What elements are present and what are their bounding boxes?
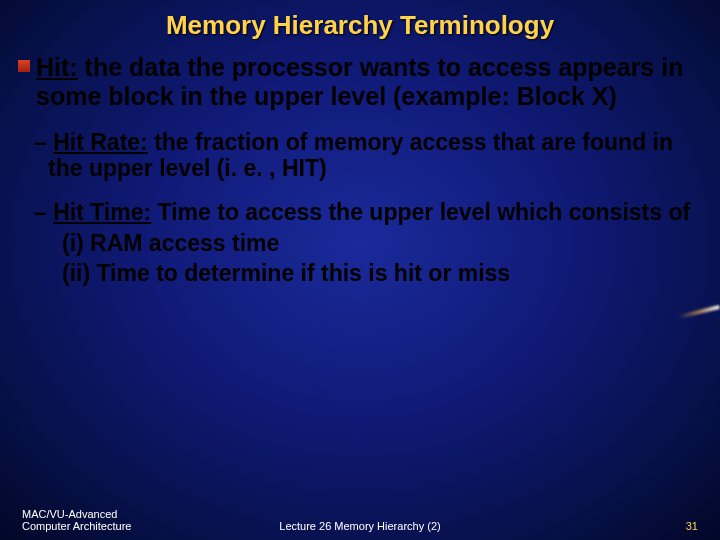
dash-icon: – [34, 129, 53, 155]
def-hit: the data the processor wants to access a… [36, 53, 683, 110]
footer: MAC/VU-Advanced Computer Architecture Le… [0, 504, 720, 532]
slide-body: Hit: the data the processor wants to acc… [0, 41, 720, 287]
term-hit-time: Hit Time: [53, 199, 151, 225]
footer-center: Lecture 26 Memory Hierarchy (2) [0, 520, 720, 532]
slide: Memory Hierarchy Terminology Hit: the da… [0, 0, 720, 540]
component-i: (i) RAM access time [22, 230, 698, 256]
light-streak-icon [678, 305, 720, 319]
square-bullet-icon [18, 60, 30, 72]
bullet-hit-time: – Hit Time: Time to access the upper lev… [22, 199, 698, 225]
dash-icon: – [34, 199, 53, 225]
term-hit-rate: Hit Rate: [53, 129, 148, 155]
bullet-hit-rate: – Hit Rate: the fraction of memory acces… [22, 129, 698, 182]
footer-page-number: 31 [686, 520, 698, 532]
component-ii: (ii) Time to determine if this is hit or… [22, 260, 698, 286]
footer-left-line1: MAC/VU-Advanced [22, 508, 131, 520]
def-hit-time: Time to access the upper level which con… [151, 199, 690, 225]
bullet-hit: Hit: the data the processor wants to acc… [22, 53, 698, 111]
term-hit: Hit: [36, 53, 78, 81]
slide-title: Memory Hierarchy Terminology [0, 0, 720, 41]
